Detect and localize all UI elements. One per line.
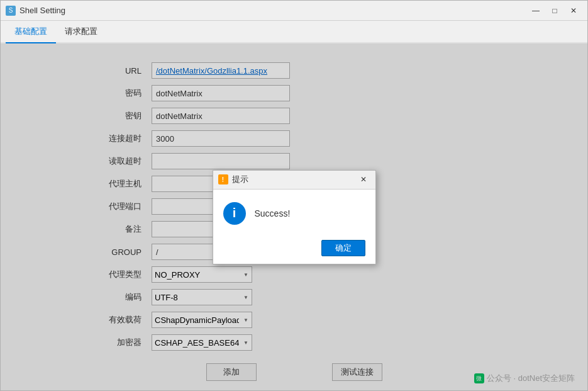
title-bar-left: S Shell Setting	[6, 6, 65, 16]
minimize-button[interactable]: —	[527, 4, 545, 17]
modal-title-left: ! 提示	[218, 174, 248, 185]
modal-title-bar: ! 提示 ✕	[213, 171, 375, 190]
modal-app-icon: !	[218, 174, 228, 184]
tab-bar: 基础配置 请求配置	[1, 21, 587, 43]
modal-title: 提示	[232, 174, 248, 185]
modal-body: i Success!	[213, 190, 375, 235]
maximize-button[interactable]: □	[546, 4, 563, 17]
window-title: Shell Setting	[19, 6, 65, 15]
window-controls: — □ ✕	[527, 4, 582, 17]
modal-overlay: ! 提示 ✕ i Success! 确定	[1, 43, 587, 390]
info-icon: i	[223, 202, 246, 225]
main-content: URL 密码 密钥 连接超时 读取超时	[1, 43, 587, 390]
confirm-button[interactable]: 确定	[321, 240, 365, 256]
app-icon: S	[6, 6, 16, 16]
modal-dialog: ! 提示 ✕ i Success! 确定	[213, 170, 376, 264]
tab-request[interactable]: 请求配置	[56, 21, 106, 43]
modal-footer: 确定	[213, 235, 375, 264]
modal-message: Success!	[255, 208, 291, 218]
modal-close-button[interactable]: ✕	[357, 174, 370, 185]
close-button[interactable]: ✕	[565, 4, 582, 17]
app-window: S Shell Setting — □ ✕ 基础配置 请求配置 URL 密码	[0, 0, 588, 391]
title-bar: S Shell Setting — □ ✕	[1, 1, 587, 21]
tab-basic[interactable]: 基础配置	[6, 21, 56, 43]
